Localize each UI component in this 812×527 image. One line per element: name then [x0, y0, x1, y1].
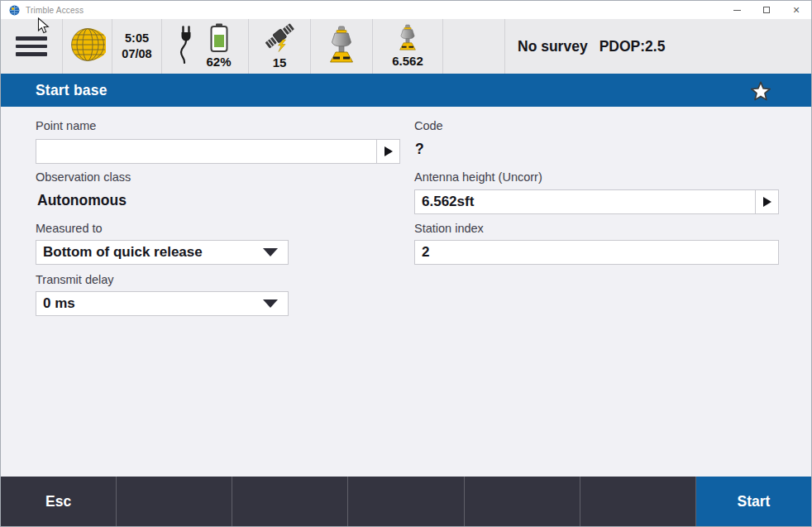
receiver-cell[interactable]	[311, 19, 373, 74]
status-toolbar: 5:05 07/08 62	[1, 19, 811, 74]
antenna-height-expand-button[interactable]	[755, 190, 778, 213]
esc-label: Esc	[45, 493, 71, 510]
pdop-value: PDOP:2.5	[599, 38, 666, 55]
map-button[interactable]	[63, 19, 112, 74]
transmit-delay-value: 0 ms	[43, 295, 75, 312]
satellite-count: 15	[273, 56, 287, 70]
dropdown-arrow-icon	[263, 248, 278, 256]
antenna-receiver-icon	[396, 24, 419, 55]
expand-arrow-icon	[763, 197, 771, 207]
point-name-field	[36, 139, 400, 164]
power-plug-icon	[179, 26, 193, 67]
window-title: Trimble Access	[26, 6, 84, 15]
survey-status: No survey	[518, 38, 588, 55]
hamburger-icon	[16, 36, 47, 56]
battery-block: 62%	[206, 23, 231, 69]
start-label: Start	[737, 493, 770, 510]
satellite-icon	[263, 23, 296, 56]
power-status-cell[interactable]: 62%	[162, 19, 249, 74]
transmit-delay-label: Transmit delay	[36, 273, 114, 286]
measured-to-value: Bottom of quick release	[43, 244, 203, 261]
softkey-3[interactable]	[232, 477, 348, 526]
transmit-delay-dropdown[interactable]: 0 ms	[36, 291, 289, 316]
antenna-height-field	[414, 189, 779, 214]
time-value: 5:05	[125, 31, 149, 46]
point-name-expand-button[interactable]	[376, 140, 399, 163]
softkey-2[interactable]	[117, 477, 232, 526]
station-index-label: Station index	[414, 222, 484, 235]
battery-icon	[209, 23, 229, 55]
menu-button[interactable]	[1, 19, 63, 74]
start-base-form: Point name Code ? Observation class Auto…	[1, 107, 811, 477]
minimize-button[interactable]	[722, 1, 752, 19]
softkey-4[interactable]	[348, 477, 464, 526]
code-value: ?	[415, 141, 424, 158]
page-title: Start base	[36, 82, 107, 99]
close-button[interactable]: ×	[781, 1, 811, 19]
app-window: Trimble Access ×	[0, 0, 812, 527]
favorite-star-icon[interactable]	[749, 79, 772, 103]
date-value: 07/08	[122, 46, 151, 62]
antenna-height-label: Antenna height (Uncorr)	[414, 170, 542, 184]
measured-to-label: Measured to	[36, 222, 103, 235]
softkey-bar: Esc Start	[1, 477, 811, 526]
satellites-cell[interactable]: 15	[249, 19, 311, 74]
close-icon: ×	[793, 4, 800, 16]
window-controls: ×	[722, 1, 811, 19]
page-header: Start base	[1, 74, 811, 107]
antenna-height-value: 6.562	[392, 55, 423, 69]
survey-status-cell[interactable]: No survey PDOP:2.5	[505, 19, 811, 74]
maximize-icon	[763, 7, 770, 13]
window-titlebar: Trimble Access ×	[1, 1, 811, 19]
toolbar-empty-cell	[443, 19, 505, 74]
minimize-icon	[733, 10, 741, 11]
expand-arrow-icon	[385, 146, 393, 156]
code-label: Code	[414, 119, 443, 132]
esc-button[interactable]: Esc	[1, 477, 117, 526]
softkey-5[interactable]	[465, 477, 580, 526]
trimble-logo-icon	[9, 5, 20, 16]
maximize-button[interactable]	[752, 1, 781, 19]
measured-to-dropdown[interactable]: Bottom of quick release	[36, 240, 289, 265]
softkey-6[interactable]	[580, 477, 696, 526]
dropdown-arrow-icon	[263, 299, 278, 308]
observation-class-value: Autonomous	[37, 192, 127, 209]
point-name-label: Point name	[36, 119, 96, 132]
station-index-input[interactable]	[415, 241, 778, 264]
antenna-height-input[interactable]	[415, 190, 755, 213]
station-index-field	[414, 240, 779, 265]
gnss-receiver-icon	[325, 26, 358, 67]
start-button[interactable]: Start	[696, 477, 811, 526]
battery-percent: 62%	[206, 55, 231, 69]
clock-cell[interactable]: 5:05 07/08	[112, 19, 162, 74]
globe-icon	[69, 26, 106, 66]
point-name-input[interactable]	[36, 140, 376, 163]
antenna-height-cell[interactable]: 6.562	[373, 19, 443, 74]
observation-class-label: Observation class	[36, 170, 131, 184]
